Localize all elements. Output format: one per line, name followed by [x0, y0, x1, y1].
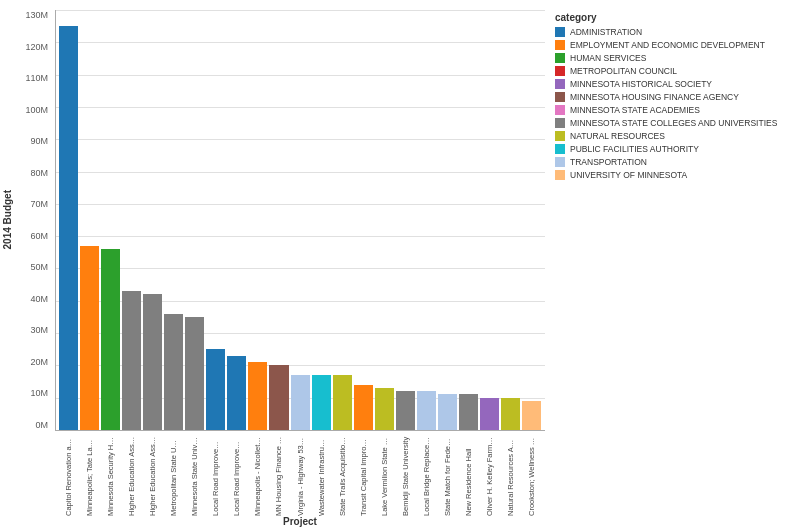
legend-swatch: [555, 79, 565, 89]
chart-container: 2014 Budget 130M120M110M100M90M80M70M60M…: [0, 0, 800, 527]
x-axis-labels: Capitol Renovation and R...Minneapolis; …: [55, 432, 545, 517]
bar[interactable]: [501, 398, 520, 430]
x-axis-label: Minnesota State Univers...: [190, 436, 199, 516]
x-label-col: Oliver H. Kelley Farm Hi...: [480, 432, 499, 517]
x-label-col: New Residence Hall: [459, 432, 478, 517]
x-axis-line: [55, 430, 545, 431]
x-label-col: Minnesota Security Hospi...: [101, 432, 120, 517]
legend-item: PUBLIC FACILITIES AUTHORITY: [555, 144, 790, 154]
legend-swatch: [555, 27, 565, 37]
bar-col: [459, 394, 478, 430]
legend-swatch: [555, 53, 565, 63]
bar[interactable]: [164, 314, 183, 430]
bar-col: [122, 291, 141, 430]
y-axis-labels: 130M120M110M100M90M80M70M60M50M40M30M20M…: [0, 10, 52, 430]
bar[interactable]: [122, 291, 141, 430]
x-label-col: Transit Capital Improvem...: [354, 432, 373, 517]
bar-col: [248, 362, 267, 430]
bar[interactable]: [480, 398, 499, 430]
legend: category ADMINISTRATIONEMPLOYMENT AND EC…: [555, 12, 790, 183]
bar[interactable]: [396, 391, 415, 430]
x-axis-label: Virginia - Highway 53 Ut...: [296, 436, 305, 516]
bar[interactable]: [291, 375, 310, 430]
bar[interactable]: [354, 385, 373, 430]
y-axis-tick: 80M: [30, 168, 48, 178]
x-axis-label: Bemidji State University: [401, 436, 410, 516]
legend-swatch: [555, 92, 565, 102]
x-axis-label: Higher Education Asset P...: [127, 436, 136, 516]
bar-col: [501, 398, 520, 430]
legend-item: MINNESOTA STATE ACADEMIES: [555, 105, 790, 115]
bar[interactable]: [269, 365, 288, 430]
x-axis-label: Minneapolis - Nicollet M...: [253, 436, 262, 516]
x-axis-label: Minnesota Security Hospi...: [106, 436, 115, 516]
bar[interactable]: [80, 246, 99, 430]
bar-col: [312, 375, 331, 430]
x-label-col: Bemidji State University: [396, 432, 415, 517]
y-axis-tick: 120M: [25, 42, 48, 52]
bar[interactable]: [333, 375, 352, 430]
x-axis-label: Local Road Improvement F...: [232, 436, 241, 516]
x-axis-label: Oliver H. Kelley Farm Hi...: [485, 436, 494, 516]
x-axis-label: Metropolitan State Unive...: [169, 436, 178, 516]
y-axis-tick: 60M: [30, 231, 48, 241]
legend-item: ADMINISTRATION: [555, 27, 790, 37]
bar-col: [101, 249, 120, 430]
y-axis-tick: 130M: [25, 10, 48, 20]
x-label-col: Crookston; Wellness Cent...: [522, 432, 541, 517]
y-axis-tick: 110M: [25, 73, 48, 83]
x-label-col: State Match for Federal ...: [438, 432, 457, 517]
y-axis-tick: 20M: [30, 357, 48, 367]
x-axis-label: Local Bridge Replacement...: [422, 436, 431, 516]
bar-col: [438, 394, 457, 430]
bar-col: [164, 314, 183, 430]
bar[interactable]: [312, 375, 331, 430]
bar-col: [480, 398, 499, 430]
y-axis-tick: 70M: [30, 199, 48, 209]
legend-item: MINNESOTA HISTORICAL SOCIETY: [555, 79, 790, 89]
bar-col: [417, 391, 436, 430]
bar[interactable]: [248, 362, 267, 430]
x-label-col: State Trails Acquisition...: [333, 432, 352, 517]
x-axis-label: State Match for Federal ...: [443, 436, 452, 516]
y-axis-tick: 50M: [30, 262, 48, 272]
x-label-col: MN Housing Finance Agency: [269, 432, 288, 517]
x-axis-label: Wastewater Infrastructur...: [317, 436, 326, 516]
x-axis-label: Crookston; Wellness Cent...: [527, 436, 536, 516]
bar[interactable]: [522, 401, 541, 430]
x-label-col: Wastewater Infrastructur...: [312, 432, 331, 517]
bar-col: [227, 356, 246, 430]
legend-swatch: [555, 170, 565, 180]
x-label-col: Natural Resources Asset ...: [501, 432, 520, 517]
bar[interactable]: [59, 26, 78, 430]
bars-area: [55, 10, 545, 430]
legend-label: MINNESOTA STATE ACADEMIES: [570, 105, 700, 115]
x-label-col: Minneapolis - Nicollet M...: [248, 432, 267, 517]
bar[interactable]: [227, 356, 246, 430]
bar-col: [185, 317, 204, 430]
legend-label: MINNESOTA HOUSING FINANCE AGENCY: [570, 92, 739, 102]
x-label-col: Minnesota State Univers...: [185, 432, 204, 517]
bar[interactable]: [417, 391, 436, 430]
bar-col: [354, 385, 373, 430]
x-axis-label: Higher Education Asset P...: [148, 436, 157, 516]
bar[interactable]: [101, 249, 120, 430]
bar[interactable]: [375, 388, 394, 430]
legend-swatch: [555, 40, 565, 50]
bar[interactable]: [185, 317, 204, 430]
bar[interactable]: [143, 294, 162, 430]
bar[interactable]: [459, 394, 478, 430]
x-label-col: Higher Education Asset P...: [143, 432, 162, 517]
x-label-col: Lake Vermilion State Par...: [375, 432, 394, 517]
legend-swatch: [555, 131, 565, 141]
x-axis-label: Transit Capital Improvem...: [359, 436, 368, 516]
bar[interactable]: [206, 349, 225, 430]
legend-label: EMPLOYMENT AND ECONOMIC DEVELOPMENT: [570, 40, 765, 50]
x-label-col: Higher Education Asset P...: [122, 432, 141, 517]
x-axis-label: New Residence Hall: [464, 436, 473, 516]
x-label-col: Local Road Improvement F...: [206, 432, 225, 517]
bar[interactable]: [438, 394, 457, 430]
bar-col: [375, 388, 394, 430]
legend-title: category: [555, 12, 790, 23]
y-axis-tick: 40M: [30, 294, 48, 304]
